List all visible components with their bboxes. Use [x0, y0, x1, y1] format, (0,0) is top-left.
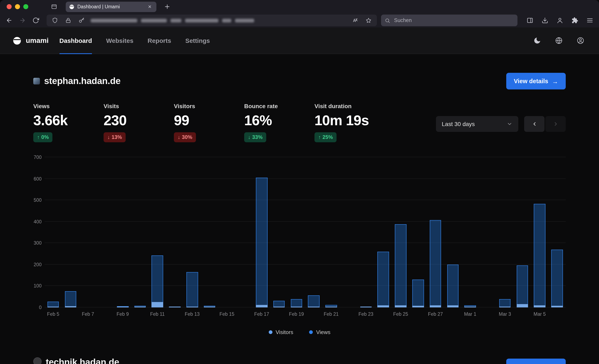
visitors-bar: [65, 306, 76, 307]
bar-group-feb-28[interactable]: [444, 157, 461, 307]
legend-item-visitors[interactable]: Visitors: [269, 329, 293, 335]
bar-group-mar-6[interactable]: [548, 157, 566, 307]
nav-item-dashboard[interactable]: Dashboard: [60, 27, 92, 54]
bar-group-feb-27[interactable]: [427, 157, 444, 307]
second-view-details-button[interactable]: View details→: [506, 359, 566, 364]
browser-chrome: Dashboard | Umami: [0, 0, 599, 27]
search-input[interactable]: [393, 17, 514, 24]
bar-group-feb-25[interactable]: [392, 157, 410, 307]
bar-group-feb-21[interactable]: [323, 157, 340, 307]
y-axis-tick: 400: [34, 219, 42, 224]
views-bar: [152, 255, 163, 307]
bar-group-feb-15[interactable]: [218, 157, 236, 307]
language-globe-icon[interactable]: [554, 36, 563, 45]
bar-group-mar-3[interactable]: [496, 157, 514, 307]
bar-group-mar-2[interactable]: [479, 157, 496, 307]
extensions-puzzle-icon[interactable]: [569, 15, 581, 26]
x-axis-tick: Feb 23: [359, 311, 374, 317]
views-bar: [412, 280, 424, 307]
legend-dot-icon: [269, 330, 272, 334]
metric-change-badge: ↓33%: [244, 132, 266, 142]
bookmark-star-icon[interactable]: [363, 15, 375, 26]
sidebar-icon[interactable]: [524, 15, 536, 26]
key-icon[interactable]: [76, 15, 87, 26]
umami-logo-icon: [12, 36, 22, 45]
bar-group-mar-4[interactable]: [513, 157, 531, 307]
visitors-bar: [326, 307, 337, 307]
window-close-button[interactable]: [7, 4, 12, 9]
date-range-select[interactable]: Last 30 days: [436, 116, 518, 132]
website-title[interactable]: stephan.hadan.de: [44, 76, 121, 87]
shield-icon[interactable]: [49, 15, 61, 26]
account-icon[interactable]: [554, 15, 566, 26]
window-zoom-button[interactable]: [23, 4, 28, 9]
window-minimize-button[interactable]: [15, 4, 20, 9]
view-details-button[interactable]: View details→: [506, 73, 566, 89]
translate-icon[interactable]: [350, 15, 361, 26]
forward-icon[interactable]: [17, 15, 28, 26]
new-tab-button[interactable]: [161, 1, 173, 12]
bar-group-feb-23[interactable]: [357, 157, 375, 307]
browser-tab[interactable]: Dashboard | Umami: [66, 1, 156, 12]
bar-group-feb-19[interactable]: [288, 157, 305, 307]
main-nav: DashboardWebsitesReportsSettings: [60, 27, 224, 54]
reload-icon[interactable]: [30, 15, 42, 26]
bar-group-feb-10[interactable]: [132, 157, 149, 307]
bar-group-feb-8[interactable]: [97, 157, 114, 307]
arrow-down-icon: ↓: [178, 134, 180, 140]
menu-icon[interactable]: [584, 15, 596, 26]
bar-group-mar-1[interactable]: [461, 157, 479, 307]
x-axis-tick: Feb 27: [428, 311, 443, 317]
bar-group-feb-7[interactable]: [79, 157, 97, 307]
metric-label: Visit duration: [315, 102, 385, 110]
views-bar: [65, 291, 76, 307]
second-website-title[interactable]: technik.hadan.de: [46, 357, 119, 364]
arrow-right-icon: →: [552, 78, 558, 85]
tab-overview-icon[interactable]: [48, 1, 60, 12]
bar-group-feb-18[interactable]: [270, 157, 288, 307]
next-period-button[interactable]: [545, 116, 566, 132]
bar-group-feb-26[interactable]: [409, 157, 427, 307]
visitors-bar: [47, 307, 59, 307]
metric-value: 16%: [244, 112, 315, 129]
lock-icon[interactable]: [62, 15, 74, 26]
theme-moon-icon[interactable]: [532, 36, 542, 45]
visitors-bar: [308, 307, 319, 307]
bar-group-feb-12[interactable]: [166, 157, 184, 307]
nav-item-settings[interactable]: Settings: [185, 27, 210, 54]
metric-visit-duration: Visit duration10m 19s↑25%: [315, 102, 385, 142]
bar-group-feb-20[interactable]: [305, 157, 323, 307]
visitors-bar: [360, 307, 372, 307]
bar-group-feb-11[interactable]: [149, 157, 166, 307]
date-filter-controls: Last 30 days: [436, 116, 566, 142]
y-axis-tick: 100: [34, 284, 42, 288]
website-favicon: [33, 78, 40, 84]
bar-group-feb-16[interactable]: [236, 157, 253, 307]
back-icon[interactable]: [3, 15, 15, 26]
brand[interactable]: umami: [12, 27, 49, 54]
bar-group-feb-9[interactable]: [114, 157, 132, 307]
metrics: Views3.66k↑0%Visits230↓13%Visitors99↓30%…: [33, 102, 385, 142]
visitors-bar: [430, 305, 441, 307]
bar-group-feb-22[interactable]: [340, 157, 357, 307]
bar-group-feb-6[interactable]: [62, 157, 79, 307]
nav-item-reports[interactable]: Reports: [148, 27, 171, 54]
profile-icon[interactable]: [576, 36, 585, 45]
search-bar[interactable]: [381, 15, 518, 26]
previous-period-button[interactable]: [524, 116, 545, 132]
bar-group-feb-5[interactable]: [44, 157, 62, 307]
legend-item-views[interactable]: Views: [309, 329, 330, 335]
bar-group-feb-17[interactable]: [253, 157, 270, 307]
views-bar: [395, 224, 406, 307]
bar-group-feb-14[interactable]: [201, 157, 218, 307]
dashboard-content: stephan.hadan.de View details→ Views3.66…: [0, 73, 599, 364]
nav-item-websites[interactable]: Websites: [106, 27, 133, 54]
metric-views: Views3.66k↑0%: [33, 102, 104, 142]
bar-group-feb-13[interactable]: [184, 157, 201, 307]
download-icon[interactable]: [539, 15, 551, 26]
tab-title: Dashboard | Umami: [77, 4, 143, 9]
bar-group-mar-5[interactable]: [531, 157, 548, 307]
url-bar[interactable]: [47, 15, 377, 26]
tab-close-icon[interactable]: [146, 3, 153, 10]
bar-group-feb-24[interactable]: [375, 157, 392, 307]
